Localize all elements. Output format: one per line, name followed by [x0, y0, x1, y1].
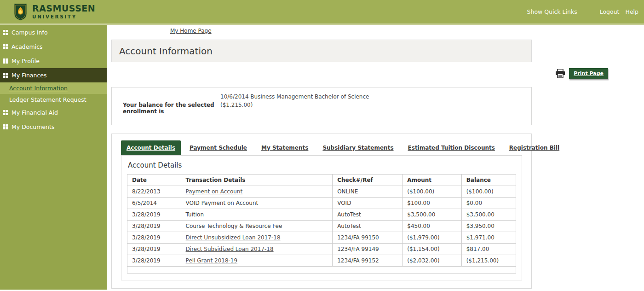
transaction-detail-link[interactable]: Payment on Account: [186, 188, 243, 195]
sidebar-item-my-finances[interactable]: My Finances: [0, 68, 107, 82]
logo-name: RASMUSSEN: [32, 4, 95, 13]
cell-details: VOID Payment on Account: [181, 198, 333, 209]
logout-link[interactable]: Logout: [600, 8, 620, 15]
sidebar-item-account-information[interactable]: Account Information: [0, 82, 107, 94]
cell-details: Payment on Account: [181, 186, 333, 198]
cell-ref: AutoTest: [333, 209, 402, 221]
cell-date: 6/5/2014: [127, 198, 181, 209]
sidebar-item-my-profile[interactable]: My Profile: [0, 54, 107, 68]
shield-flame-icon: [14, 3, 27, 21]
logo-text: RASMUSSEN UNIVERSITY: [32, 4, 95, 19]
cell-ref: AutoTest: [333, 221, 402, 232]
cell-balance: $817.00: [461, 244, 516, 255]
column-header-amount: Amount: [402, 175, 461, 186]
tab-my-statements[interactable]: My Statements: [256, 140, 314, 155]
tab-account-details[interactable]: Account Details: [121, 140, 181, 155]
column-header-details: Transaction Details: [181, 175, 333, 186]
logo-subname: UNIVERSITY: [32, 14, 95, 19]
cell-date: 3/28/2019: [127, 232, 181, 244]
cell-date: 3/28/2019: [127, 221, 181, 232]
table-row: 3/28/2019 Course Technology & Resource F…: [127, 221, 516, 232]
print-page-button[interactable]: Print Page: [569, 68, 608, 79]
cell-balance: $1,971.00: [461, 232, 516, 244]
cell-date: 3/28/2019: [127, 244, 181, 255]
balance-summary-box: 10/6/2014 Business Management Bachelor o…: [111, 87, 532, 125]
cell-details: Direct Subsidized Loan 2017-18: [181, 244, 333, 255]
transaction-detail-link[interactable]: Direct Unsubsidized Loan 2017-18: [186, 234, 281, 241]
page-title: Account Information: [119, 46, 213, 57]
page-title-bar: Account Information: [111, 40, 532, 62]
sidebar-item-my-documents[interactable]: My Documents: [0, 120, 107, 134]
print-controls: Print Page: [555, 68, 608, 79]
enrollment-text: 10/6/2014 Business Management Bachelor o…: [220, 93, 531, 100]
account-tabs-panel: Account Details Payment Schedule My Stat…: [111, 134, 532, 289]
table-header-row: Date Transaction Details Check#/Ref Amou…: [127, 175, 516, 186]
cell-details: Tuition: [181, 209, 333, 221]
grid-icon: [3, 58, 8, 64]
cell-amount: $100.00: [402, 198, 461, 209]
show-quick-links-link[interactable]: Show Quick Links: [527, 8, 577, 15]
tab-estimated-tuition-discounts[interactable]: Estimated Tuition Discounts: [402, 140, 500, 155]
table-row: 3/28/2019 Tuition AutoTest $3,500.00 $3,…: [127, 209, 516, 221]
grid-icon: [3, 73, 8, 78]
grid-icon: [3, 30, 8, 35]
cell-ref: ONLINE: [333, 186, 402, 198]
column-header-ref: Check#/Ref: [333, 175, 402, 186]
sidebar-item-ledger-statement-request[interactable]: Ledger Statement Request: [0, 94, 107, 105]
tab-strip: Account Details Payment Schedule My Stat…: [121, 140, 522, 155]
cell-amount: ($1,154.00): [402, 244, 461, 255]
sidebar-nav: Campus Info Academics My Profile My Fina…: [0, 25, 107, 290]
grid-icon: [3, 44, 8, 49]
sidebar-item-my-financial-aid[interactable]: My Financial Aid: [0, 105, 107, 120]
column-header-balance: Balance: [461, 175, 516, 186]
help-link[interactable]: Help: [626, 8, 639, 15]
top-header-bar: RASMUSSEN UNIVERSITY Show Quick Links Lo…: [0, 0, 644, 25]
header-links: Show Quick Links Logout Help: [527, 8, 638, 15]
cell-amount: $3,500.00: [402, 209, 461, 221]
cell-ref: 1234/FA 99150: [333, 232, 402, 244]
sidebar-item-label: My Documents: [12, 123, 54, 130]
main-content: My Home Page Account Information Print P…: [107, 25, 644, 290]
cell-date: 3/28/2019: [127, 209, 181, 221]
balance-label: Your balance for the selected enrollment…: [123, 102, 220, 115]
cell-ref: 1234/FA 99149: [333, 244, 402, 255]
printer-icon[interactable]: [555, 69, 566, 78]
table-row: 3/28/2019 Direct Subsidized Loan 2017-18…: [127, 244, 516, 255]
grid-icon: [3, 110, 8, 115]
transactions-table: Date Transaction Details Check#/Ref Amou…: [127, 174, 516, 274]
table-row: 8/22/2013 Payment on Account ONLINE ($10…: [127, 186, 516, 198]
sidebar-item-label: My Financial Aid: [12, 109, 58, 116]
sidebar-item-label: My Profile: [12, 58, 40, 64]
transaction-detail-link[interactable]: Pell Grant 2018-19: [186, 257, 238, 264]
my-home-page-link[interactable]: My Home Page: [170, 28, 212, 34]
cell-amount: $450.00: [402, 221, 461, 232]
cell-details: Course Technology & Resource Fee: [181, 221, 333, 232]
cell-balance: $0.00: [461, 198, 516, 209]
cell-balance: $3,500.00: [461, 209, 516, 221]
grid-icon: [3, 124, 8, 129]
transaction-detail-link[interactable]: Direct Subsidized Loan 2017-18: [186, 246, 274, 252]
rasmussen-logo[interactable]: RASMUSSEN UNIVERSITY: [14, 3, 95, 21]
cell-ref: 1234/FA 99152: [333, 255, 402, 267]
table-row: 3/28/2019 Pell Grant 2018-19 1234/FA 991…: [127, 255, 516, 267]
tab-registration-bill[interactable]: Registration Bill: [504, 140, 565, 155]
tab-subsidiary-statements[interactable]: Subsidiary Statements: [317, 140, 399, 155]
cell-details: Direct Unsubsidized Loan 2017-18: [181, 232, 333, 244]
cell-amount: ($2,032.00): [402, 255, 461, 267]
balance-spacer: [123, 93, 220, 100]
cell-date: 3/28/2019: [127, 255, 181, 267]
cell-date: 8/22/2013: [127, 186, 181, 198]
sidebar-item-academics[interactable]: Academics: [0, 40, 107, 54]
cell-details: Pell Grant 2018-19: [181, 255, 333, 267]
table-row: 3/28/2019 Direct Unsubsidized Loan 2017-…: [127, 232, 516, 244]
empty-footer-cell: [127, 267, 516, 274]
table-row: 6/5/2014 VOID Payment on Account VOID $1…: [127, 198, 516, 209]
sidebar-item-label: My Finances: [12, 72, 47, 79]
table-empty-footer-row: [127, 267, 516, 274]
column-header-date: Date: [127, 175, 181, 186]
tab-payment-schedule[interactable]: Payment Schedule: [184, 140, 253, 155]
sidebar-item-campus-info[interactable]: Campus Info: [0, 25, 107, 40]
cell-ref: VOID: [333, 198, 402, 209]
cell-amount: ($1,979.00): [402, 232, 461, 244]
section-title: Account Details: [128, 161, 516, 169]
